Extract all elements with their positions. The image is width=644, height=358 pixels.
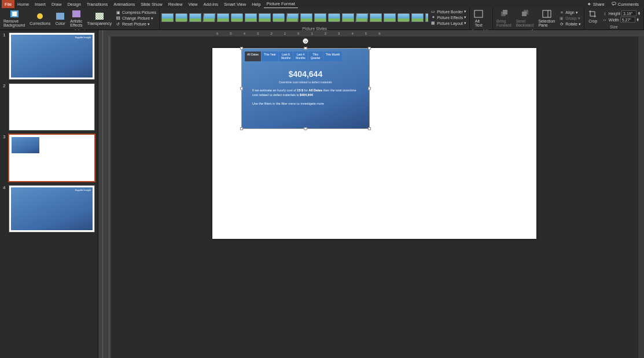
smartview-tab[interactable]: Smart View	[221, 0, 249, 8]
remove-background-button[interactable]: Remove Background	[2, 9, 27, 28]
slide-thumb-4[interactable]: Supplier Insight	[9, 185, 95, 232]
svg-rect-2	[12, 12, 17, 16]
picture-style-thumb[interactable]	[189, 13, 201, 22]
horizontal-ruler: 6543210123456	[106, 30, 644, 36]
crop-button[interactable]: Crop	[586, 9, 600, 24]
slideshow-tab[interactable]: Slide Show	[138, 0, 165, 8]
picture-border-button[interactable]: ▭Picture Border ▾	[429, 9, 468, 14]
rotate-button[interactable]: ⟳Rotate ▾	[558, 21, 582, 27]
change-picture-button[interactable]: 🖼Change Picture ▾	[115, 16, 154, 21]
picture-style-thumb[interactable]	[384, 13, 396, 22]
reset-icon: ↺	[116, 21, 121, 27]
animations-tab[interactable]: Animations	[111, 0, 138, 8]
picture-layout-button[interactable]: ▦Picture Layout ▾	[429, 21, 468, 26]
draw-tab[interactable]: Draw	[49, 0, 65, 8]
resize-handle[interactable]	[240, 127, 243, 130]
color-button[interactable]: Color	[53, 11, 67, 26]
picture-style-thumb[interactable]	[245, 13, 257, 22]
group-button[interactable]: ▣Group ▾	[558, 16, 581, 21]
picture-style-thumb[interactable]	[342, 13, 354, 22]
share-button[interactable]: Share	[583, 2, 608, 7]
picture-style-thumb[interactable]	[175, 13, 187, 22]
picture-format-tab[interactable]: Picture Format	[264, 0, 298, 8]
resize-handle[interactable]	[304, 127, 307, 130]
picture-style-thumb[interactable]	[398, 13, 410, 22]
vertical-ruler	[98, 30, 106, 358]
artistic-effects-button[interactable]: Artistic Effects	[68, 9, 84, 28]
design-tab[interactable]: Design	[64, 0, 83, 8]
picture-style-gallery[interactable]: ▴▾▾	[161, 9, 428, 26]
resize-handle[interactable]	[240, 47, 243, 50]
file-tab[interactable]: File	[2, 0, 14, 8]
align-button[interactable]: ≡Align ▾	[558, 10, 579, 15]
height-field: ↕ Height ▲▼	[601, 10, 642, 16]
picture-style-thumb[interactable]	[300, 13, 312, 22]
rotation-handle[interactable]: ⟳	[303, 38, 308, 44]
inserted-picture[interactable]: ⟳ All Dates This Year Last 6 Months	[241, 48, 370, 129]
home-tab[interactable]: Home	[14, 0, 32, 8]
picture-style-thumb[interactable]	[286, 13, 299, 22]
width-input[interactable]	[620, 17, 635, 23]
height-input[interactable]	[621, 10, 636, 16]
artistic-icon	[71, 9, 82, 19]
view-tab[interactable]: View	[185, 0, 200, 8]
picture-style-thumb[interactable]	[259, 13, 271, 22]
insert-tab[interactable]: Insert	[32, 0, 49, 8]
resize-handle[interactable]	[240, 87, 243, 90]
picture-effects-button[interactable]: ✦Picture Effects ▾	[429, 15, 468, 20]
slide-thumb-2[interactable]	[9, 83, 95, 131]
corrections-icon	[35, 12, 45, 21]
ribbon-group-adjust: Remove Background Corrections Color Arti…	[0, 8, 160, 29]
review-tab[interactable]: Review	[165, 0, 186, 8]
menu-bar: File Home Insert Draw Design Transitions…	[0, 0, 644, 8]
resize-handle[interactable]	[368, 87, 371, 90]
slide-canvas[interactable]: ⟳ All Dates This Year Last 6 Months	[212, 48, 536, 239]
addins-tab[interactable]: Add-ins	[201, 0, 221, 8]
picture-style-thumb[interactable]	[425, 13, 428, 22]
width-field: ↔ Width ▲▼	[601, 17, 641, 23]
picture-style-thumb[interactable]	[217, 13, 229, 22]
help-tab[interactable]: Help	[249, 0, 263, 8]
ribbon: Remove Background Corrections Color Arti…	[0, 8, 644, 30]
ribbon-group-size: Crop ↕ Height ▲▼ ↔ Width ▲▼ Size	[584, 8, 644, 29]
svg-rect-15	[543, 10, 551, 17]
alt-text-button[interactable]: Alt Text	[472, 9, 485, 28]
slide-thumbnail-panel[interactable]: 1 Supplier Insight 2 3 4 Supplier Insigh…	[0, 30, 98, 358]
resize-handle[interactable]	[368, 127, 371, 130]
vertical-scrollbar[interactable]	[638, 36, 644, 358]
transparency-button[interactable]: Transparency	[85, 11, 113, 26]
picture-subtitle: Downtime cost related to defect material…	[252, 80, 359, 84]
selection-pane-button[interactable]: Selection Pane	[536, 9, 557, 28]
send-backward-button[interactable]: Send Backward	[514, 9, 536, 28]
svg-point-3	[37, 13, 43, 19]
picture-style-thumb[interactable]	[328, 13, 340, 22]
rotate-icon: ⟳	[559, 21, 564, 27]
date-tab-month: This Month	[323, 51, 343, 61]
picture-style-thumb[interactable]	[411, 13, 424, 22]
picture-style-thumb[interactable]	[231, 13, 243, 22]
stepper-icon[interactable]: ▲▼	[638, 12, 641, 15]
effects-icon: ✦	[430, 15, 436, 20]
picture-style-thumb[interactable]	[161, 13, 174, 22]
stepper-icon[interactable]: ▲▼	[636, 18, 639, 21]
picture-style-thumb[interactable]	[273, 13, 285, 22]
compress-pictures-button[interactable]: ▣Compress Pictures	[115, 10, 157, 15]
resize-handle[interactable]	[368, 47, 371, 50]
slide-thumb-1[interactable]: Supplier Insight	[9, 32, 95, 80]
slide-thumb-3[interactable]	[9, 134, 95, 182]
bring-forward-button[interactable]: Bring Forward	[495, 9, 513, 28]
picture-date-tabs: All Dates This Year Last 6 Months Last 4…	[242, 49, 369, 61]
slide-editor[interactable]: ⟳ All Dates This Year Last 6 Months	[111, 36, 638, 358]
corrections-button[interactable]: Corrections	[28, 11, 52, 26]
alt-text-icon	[473, 9, 484, 19]
picture-style-thumb[interactable]	[355, 13, 368, 22]
reset-picture-button[interactable]: ↺Reset Picture ▾	[115, 21, 151, 27]
slide-number: 1	[3, 32, 6, 80]
picture-style-thumb[interactable]	[314, 13, 326, 22]
picture-style-thumb[interactable]	[370, 13, 382, 22]
comments-button[interactable]: Comments	[608, 2, 642, 7]
date-tab-quarter: This Quarter	[308, 51, 323, 61]
transitions-tab[interactable]: Transitions	[84, 0, 111, 8]
resize-handle[interactable]	[304, 47, 307, 50]
picture-style-thumb[interactable]	[203, 13, 215, 22]
